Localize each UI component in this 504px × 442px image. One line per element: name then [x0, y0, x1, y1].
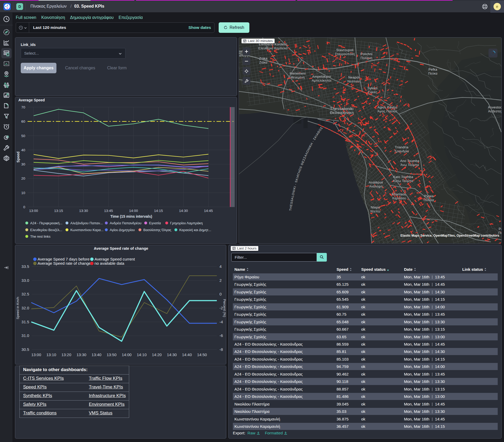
svg-text:-2: -2 [219, 306, 223, 310]
svg-text:Pylaia: Pylaia [424, 194, 434, 198]
svg-text:Average Speed: Average Speed [18, 98, 45, 102]
svg-text:13:45: 13:45 [104, 209, 113, 213]
svg-text:33.0: 33.0 [22, 278, 29, 283]
svg-text:13:15: 13:15 [54, 209, 63, 213]
svg-text:13:00: 13:00 [29, 209, 38, 213]
svg-text:Análēpsē: Análēpsē [369, 181, 383, 184]
svg-text:Percent (%): Percent (%) [223, 299, 226, 317]
svg-text:Average Speed 7 days before: Average Speed 7 days before [38, 257, 90, 261]
svg-text:Θεσσαλονίκη: Θεσσαλονίκη [330, 110, 354, 115]
svg-text:50: 50 [21, 134, 25, 138]
svg-text:2: 2 [219, 278, 222, 283]
svg-text:Ανδρέα Παπανδρέου: Ανδρέα Παπανδρέου [110, 221, 141, 225]
svg-text:Νεάπολη: Νεάπολη [348, 80, 361, 83]
svg-text:30.5: 30.5 [22, 347, 29, 352]
svg-text:Neapoli: Neapoli [348, 76, 360, 79]
svg-text:Χαριλάου: Χαριλάου [392, 196, 406, 200]
svg-text:Ntepo: Ntepo [371, 206, 380, 209]
svg-text:Βασιλίσσης Όλγας: Βασιλίσσης Όλγας [143, 228, 171, 232]
svg-text:13:00: 13:00 [31, 352, 41, 357]
svg-text:13:10: 13:10 [46, 352, 56, 357]
svg-text:Ano Toumba: Ano Toumba [400, 159, 419, 163]
svg-text:Καραολή και Δημητ...: Καραολή και Δημητ... [179, 228, 211, 232]
svg-text:Agios Pavlos: Agios Pavlos [377, 106, 397, 109]
svg-text:Άνω Τούμπα: Άνω Τούμπα [401, 163, 419, 167]
svg-text:Γρηγορίου Λαμπράκη: Γρηγορίου Λαμπράκη [170, 221, 203, 225]
svg-text:-4: -4 [219, 320, 223, 324]
svg-text:Menemeni: Menemeni [290, 72, 306, 75]
svg-text:Κωνσταντίνου Καρα...: Κωνσταντίνου Καρα... [70, 228, 103, 232]
svg-text:40: 40 [21, 148, 25, 152]
svg-text:Ντεπώ: Ντεπώ [370, 210, 380, 213]
svg-text:Πυλαία: Πυλαία [424, 198, 434, 202]
svg-text:4: 4 [219, 264, 222, 269]
svg-text:Πολίχνη: Πολίχνη [361, 56, 372, 60]
svg-text:Άγιος Παύλος: Άγιος Παύλος [377, 110, 397, 113]
svg-text:Αγίου Δημητρίου: Αγίου Δημητρίου [110, 228, 135, 232]
svg-text:Sykies: Sykies [368, 86, 378, 90]
svg-text:10: 10 [21, 191, 25, 195]
svg-text:Time (15 mins intervals): Time (15 mins intervals) [110, 214, 152, 219]
svg-text:Kharilaou: Kharilaou [392, 193, 406, 196]
svg-text:Par: Par [499, 227, 501, 231]
svg-text:14:00: 14:00 [122, 352, 132, 357]
svg-text:14:50: 14:50 [197, 352, 207, 357]
svg-text:0: 0 [219, 292, 222, 296]
svg-text:Ελευθέριο Κορδελιό: Ελευθέριο Κορδελιό [258, 46, 288, 50]
svg-text:14:20: 14:20 [152, 352, 162, 357]
svg-text:Polichni: Polichni [360, 52, 372, 56]
svg-text:14:30: 14:30 [179, 209, 188, 213]
svg-text:Ασβεστοχώρ: Ασβεστοχώρ [488, 110, 501, 113]
svg-text:Ziáka: Ziáka [259, 57, 267, 60]
svg-text:Συκιές: Συκιές [368, 90, 377, 94]
svg-text:Πεύκα: Πεύκα [428, 72, 438, 75]
svg-text:Ζιάκα: Ζιάκα [259, 61, 267, 64]
svg-text:14:15: 14:15 [154, 209, 163, 213]
svg-text:0: 0 [23, 205, 25, 209]
svg-text:13:30: 13:30 [76, 352, 86, 357]
svg-text:14:40: 14:40 [182, 352, 192, 357]
svg-text:Average Speed current: Average Speed current [94, 257, 135, 261]
svg-text:Σταυρούπολη: Σταυρούπολη [335, 52, 355, 56]
svg-text:60: 60 [21, 119, 25, 123]
svg-text:Τριανδρία: Τριανδρία [394, 149, 409, 153]
svg-text:13:40: 13:40 [92, 352, 102, 357]
svg-text:Asvestochor: Asvestochor [488, 106, 501, 109]
svg-text:20: 20 [21, 176, 25, 180]
svg-text:32.5: 32.5 [22, 292, 29, 296]
svg-text:-8: -8 [219, 347, 223, 352]
svg-text:13:30: 13:30 [79, 209, 88, 213]
svg-text:14:10: 14:10 [137, 352, 147, 357]
svg-text:14:00: 14:00 [129, 209, 138, 213]
svg-text:32.0: 32.0 [22, 306, 29, 310]
svg-text:The rest links: The rest links [30, 235, 51, 238]
svg-text:13:20: 13:20 [61, 352, 71, 357]
svg-text:Speed in Km/h: Speed in Km/h [16, 297, 20, 319]
svg-text:Stavroupoli: Stavroupoli [336, 48, 354, 52]
svg-text:A24 - Περιφερειακή...: A24 - Περιφερειακή... [30, 221, 62, 225]
svg-text:Kato Toumba: Kato Toumba [393, 175, 413, 179]
svg-text:no available data: no available data [94, 261, 124, 266]
svg-text:Κάτω Τούμπα: Κάτω Τούμπα [393, 179, 413, 183]
svg-text:33.5: 33.5 [22, 264, 29, 269]
svg-text:Ανάληψη: Ανάληψη [369, 185, 383, 188]
svg-text:Εγνατία: Εγνατία [149, 221, 161, 225]
svg-text:-6: -6 [219, 333, 223, 338]
svg-text:14:30: 14:30 [167, 352, 177, 357]
svg-text:Αλεξάνδρου Παπαν...: Αλεξάνδρου Παπαν... [70, 221, 103, 225]
svg-text:14:45: 14:45 [204, 209, 213, 213]
svg-text:Elastic Maps Service, OpenMapT: Elastic Maps Service, OpenMapTiles, Open… [400, 234, 499, 237]
svg-text:13:50: 13:50 [107, 352, 117, 357]
svg-text:70: 70 [21, 105, 25, 109]
svg-text:Ampelokipoi: Ampelokipoi [312, 75, 331, 79]
svg-text:31.5: 31.5 [22, 320, 29, 324]
svg-text:Pefka: Pefka [428, 68, 437, 71]
svg-text:Speed: Speed [16, 152, 20, 163]
svg-text:Μενεμένη: Μενεμένη [291, 76, 305, 79]
svg-text:Triandria: Triandria [395, 145, 408, 149]
svg-text:Αμπελόκηποι: Αμπελόκηποι [312, 79, 331, 82]
svg-text:Average Speed rate of change: Average Speed rate of change [94, 246, 148, 251]
svg-text:30: 30 [21, 162, 25, 166]
svg-text:Ελευθερίου Βενιζέλ...: Ελευθερίου Βενιζέλ... [30, 228, 62, 232]
svg-text:31.0: 31.0 [22, 333, 29, 338]
